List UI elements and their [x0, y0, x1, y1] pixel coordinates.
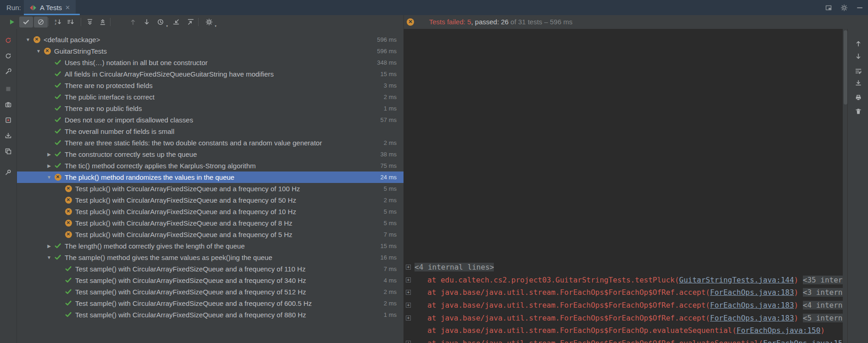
- stop-button[interactable]: [4, 84, 13, 94]
- folded-lines-note[interactable]: <3 internal lines>: [803, 288, 843, 297]
- test-duration: 348 ms: [377, 59, 397, 66]
- summary-rest: of 31 tests – 596 ms: [509, 18, 572, 26]
- stack-trace-line: +at java.base/java.util.stream.ForEachOp…: [404, 286, 843, 299]
- test-tree-row[interactable]: There are no public fields1 ms: [17, 103, 404, 114]
- restore-layout-icon[interactable]: [825, 4, 832, 11]
- import-results-button[interactable]: [4, 131, 13, 140]
- show-ignored-toggle[interactable]: [34, 17, 48, 28]
- test-tree-row[interactable]: ▼✕The pluck() method randomizes the valu…: [17, 172, 404, 183]
- sort-by-duration-button[interactable]: [65, 17, 76, 28]
- test-tree-row[interactable]: ✕Test pluck() with CircularArrayFixedSiz…: [17, 229, 404, 240]
- fold-expand-icon[interactable]: +: [406, 265, 411, 270]
- collapse-all-button[interactable]: [97, 17, 108, 28]
- test-duration: 57 ms: [381, 116, 397, 123]
- test-failed-icon: ✕: [33, 36, 40, 43]
- test-tree-row[interactable]: Test sample() with CircularArrayFixedSiz…: [17, 286, 404, 298]
- chevron-right-icon[interactable]: ▶: [44, 152, 54, 157]
- close-icon[interactable]: ✕: [65, 4, 70, 11]
- pin-tab-button[interactable]: [4, 168, 13, 177]
- hide-icon[interactable]: [856, 4, 863, 11]
- print-button[interactable]: [854, 93, 863, 102]
- chevron-down-icon[interactable]: ▼: [44, 175, 54, 180]
- test-tree-row[interactable]: ✕Test pluck() with CircularArrayFixedSiz…: [17, 206, 404, 217]
- test-label: Uses this(…) notation in all but one con…: [65, 59, 208, 66]
- folded-lines-note[interactable]: <4 internal lines>: [415, 263, 494, 271]
- test-duration: 5 ms: [384, 220, 397, 227]
- test-passed-icon: [65, 311, 72, 318]
- fold-expand-icon[interactable]: +: [406, 290, 411, 295]
- chevron-down-icon[interactable]: ▼: [44, 255, 54, 260]
- fold-expand-icon[interactable]: +: [406, 303, 411, 308]
- tab-title: A Tests: [40, 4, 62, 11]
- settings-button[interactable]: ▾: [204, 17, 215, 28]
- export-test-results-button[interactable]: [185, 17, 196, 28]
- test-tree-row[interactable]: All fields in CircularArrayFixedSizeQueu…: [17, 68, 404, 80]
- down-stacktrace-button[interactable]: [854, 52, 863, 61]
- test-label: The sample() method gives the same value…: [65, 254, 272, 261]
- import-test-results-button[interactable]: [171, 17, 182, 28]
- settings-gear-icon[interactable]: [840, 4, 848, 11]
- test-duration: 7 ms: [384, 266, 397, 272]
- test-duration: 2 ms: [384, 139, 397, 146]
- test-tree-row[interactable]: ✕Test pluck() with CircularArrayFixedSiz…: [17, 183, 404, 194]
- test-tree-row[interactable]: There are no protected fields3 ms: [17, 80, 404, 91]
- test-passed-icon: [54, 150, 61, 158]
- source-file-link[interactable]: ForEachOps.java:183: [710, 314, 794, 322]
- fold-expand-icon[interactable]: +: [406, 341, 411, 343]
- show-passed-toggle[interactable]: [19, 17, 33, 28]
- dump-threads-button[interactable]: [4, 100, 13, 109]
- tab-a-tests[interactable]: A Tests ✕: [24, 0, 76, 15]
- test-tree-row[interactable]: Test sample() with CircularArrayFixedSiz…: [17, 263, 404, 275]
- test-tree-row[interactable]: ✕Test pluck() with CircularArrayFixedSiz…: [17, 217, 404, 229]
- test-label: Test sample() with CircularArrayFixedSiz…: [75, 288, 306, 296]
- test-tree-row[interactable]: The public interface is correct2 ms: [17, 91, 404, 103]
- stack-frame-text: at java.base/java.util.stream.ForEachOps…: [427, 339, 763, 343]
- test-tree-row[interactable]: ▶The tic() method correctly applies the …: [17, 160, 404, 172]
- source-file-link[interactable]: ForEachOps.java:183: [710, 301, 794, 310]
- test-tree-row[interactable]: The overall number of fields is small: [17, 126, 404, 137]
- test-tree-row[interactable]: Test sample() with CircularArrayFixedSiz…: [17, 275, 404, 286]
- chevron-right-icon[interactable]: ▶: [44, 243, 54, 249]
- edit-configuration-button[interactable]: [4, 67, 13, 76]
- test-tree-row[interactable]: Test sample() with CircularArrayFixedSiz…: [17, 298, 404, 309]
- test-tree-row[interactable]: ▼✕<default package>596 ms: [17, 34, 404, 45]
- test-tree-row[interactable]: Does not use or import disallowed classe…: [17, 114, 404, 126]
- soft-wrap-toggle[interactable]: [854, 66, 863, 76]
- test-tree-row[interactable]: ▶The length() method correctly gives the…: [17, 240, 404, 252]
- source-file-link[interactable]: GuitarStringTests.java:144: [679, 276, 794, 284]
- clear-all-button[interactable]: [854, 107, 863, 116]
- chevron-down-icon[interactable]: ▼: [33, 49, 44, 54]
- expand-all-button[interactable]: [84, 17, 95, 28]
- folded-lines-note[interactable]: <5 internal lines>: [803, 314, 843, 322]
- rerun-button[interactable]: [4, 51, 13, 61]
- test-tree-row[interactable]: Test sample() with CircularArrayFixedSiz…: [17, 309, 404, 321]
- source-file-link[interactable]: ForEachOps.java:150: [763, 339, 843, 343]
- test-tree-row[interactable]: There are three static fields: the two d…: [17, 137, 404, 149]
- source-file-link[interactable]: ForEachOps.java:183: [710, 288, 794, 297]
- source-file-link[interactable]: ForEachOps.java:150: [736, 326, 820, 335]
- test-history-button[interactable]: ▾: [155, 17, 166, 28]
- folded-lines-note[interactable]: <4 internal lines>: [803, 301, 843, 310]
- sort-alphabetically-button[interactable]: az: [52, 17, 63, 28]
- rerun-failed-tests-button[interactable]: [4, 36, 13, 45]
- console-scrollbar-thumb[interactable]: [844, 30, 847, 105]
- test-results-tree[interactable]: ▼✕<default package>596 ms▼✕GuitarStringT…: [17, 29, 404, 343]
- fold-expand-icon[interactable]: +: [406, 277, 411, 282]
- test-duration: 15 ms: [381, 243, 397, 249]
- test-tree-row[interactable]: ✕Test pluck() with CircularArrayFixedSiz…: [17, 194, 404, 206]
- scroll-to-end-button[interactable]: [854, 78, 863, 88]
- test-tree-row[interactable]: ▼The sample() method gives the same valu…: [17, 252, 404, 263]
- test-tree-row[interactable]: ▶The constructor correctly sets up the q…: [17, 149, 404, 160]
- test-tree-row[interactable]: Uses this(…) notation in all but one con…: [17, 57, 404, 68]
- attach-profiler-button[interactable]: [4, 116, 13, 125]
- fold-expand-icon[interactable]: +: [406, 315, 411, 321]
- rerun-tests-button[interactable]: [6, 17, 17, 28]
- chevron-down-icon[interactable]: ▼: [23, 37, 33, 42]
- previous-failed-test-button[interactable]: [127, 17, 138, 28]
- up-stacktrace-button[interactable]: [854, 39, 863, 48]
- chevron-right-icon[interactable]: ▶: [44, 163, 54, 168]
- folded-lines-note[interactable]: <35 internal lines>: [803, 276, 843, 284]
- view-options-button[interactable]: [4, 147, 13, 156]
- test-tree-row[interactable]: ▼✕GuitarStringTests596 ms: [17, 45, 404, 57]
- next-failed-test-button[interactable]: [141, 17, 152, 28]
